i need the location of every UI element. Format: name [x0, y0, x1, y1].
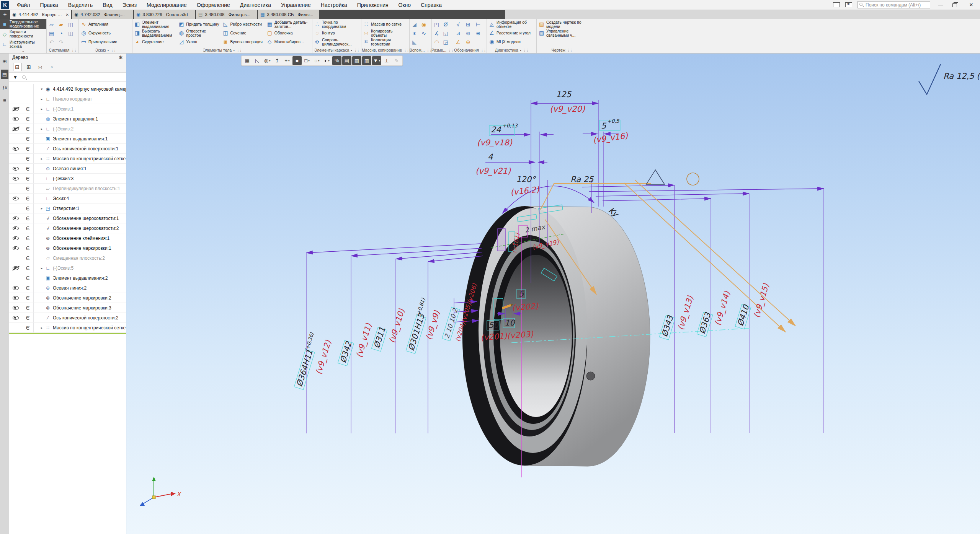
tree-row[interactable]: Є⊚Обозначение маркировки:1 — [9, 243, 126, 253]
tree-row[interactable]: Є⊕Осевая линия:1 — [9, 164, 126, 174]
menu-7[interactable]: Оформление — [197, 2, 230, 8]
tree-row[interactable]: Є▸∷Массив по концентрической сетке: — [9, 323, 126, 333]
tool-add-part[interactable]: ▦Добавить деталь-заготов... — [266, 20, 309, 28]
document-tab-3[interactable]: ◉3.830.726 - Сопло.a3d — [134, 10, 196, 19]
quick-dims-button[interactable]: ▤ — [342, 56, 351, 65]
visibility-cell[interactable] — [9, 94, 22, 104]
group-grip-icon[interactable]: ⋮⋮ — [567, 48, 572, 52]
snap-grid-button[interactable]: ▦ — [243, 56, 252, 65]
include-cell[interactable]: Є — [22, 253, 34, 263]
dim-base-icon[interactable]: ◲ — [443, 39, 449, 45]
include-cell[interactable]: Є — [22, 104, 34, 114]
tool-grid-array[interactable]: ∷Массив по сетке — [363, 21, 408, 28]
group-grip-icon[interactable]: ⋮⋮ — [111, 48, 116, 52]
chevron-down-icon[interactable]: ▾ — [108, 49, 109, 52]
eye-icon[interactable] — [13, 177, 19, 181]
display-mode-button[interactable]: □▾ — [302, 56, 312, 65]
include-cell[interactable]: Є — [22, 293, 34, 303]
tool-draft[interactable]: ◿Уклон — [178, 39, 221, 45]
layout-window-icon[interactable] — [833, 2, 840, 7]
menu-3[interactable]: Выделить — [68, 2, 93, 8]
tree-view-icon[interactable]: ⊞ — [1, 57, 8, 66]
dim-radial-icon[interactable]: ◠ — [433, 39, 440, 45]
visibility-cell[interactable] — [9, 253, 22, 263]
tree-row[interactable]: Є◍Элемент вращения:1 — [9, 114, 126, 124]
visibility-cell[interactable] — [9, 293, 22, 303]
include-cell[interactable]: Є — [22, 213, 34, 223]
tool-linked-drawings[interactable]: ▨Управление связанными ч... — [538, 29, 585, 37]
expand-arrow[interactable]: ▸ — [39, 127, 44, 131]
eye-icon[interactable] — [13, 226, 19, 230]
include-cell[interactable]: Є — [22, 243, 34, 253]
ann-leader-icon[interactable]: ∠ — [455, 39, 461, 45]
group-grip-icon[interactable]: ⋮⋮ — [480, 48, 486, 52]
hide-objects-button[interactable]: ◌▾ — [312, 56, 322, 65]
tool-extrude[interactable]: ◧Элемент выдавливания — [134, 20, 177, 28]
aux-camera-icon[interactable]: ◉ — [421, 21, 427, 28]
visibility-cell[interactable] — [9, 313, 22, 322]
tree-sequence-view-button[interactable]: ⊞ — [24, 63, 33, 71]
menu-4[interactable]: Вид — [103, 2, 112, 8]
tool-info[interactable]: ◬Информация об объекте — [488, 20, 534, 28]
aux-plane2-icon[interactable]: ◣ — [411, 39, 418, 45]
document-tab-2[interactable]: ◉4.742.032 - Фланец.... — [72, 10, 134, 19]
include-cell[interactable]: Є — [22, 233, 34, 243]
include-cell[interactable]: Є — [22, 313, 34, 322]
include-cell[interactable]: Є — [22, 263, 34, 273]
undo-icon[interactable]: ↶ — [48, 39, 55, 45]
chevron-down-icon[interactable]: ▾ — [233, 49, 235, 52]
tool-point[interactable]: ∴Точка по координатам — [314, 20, 359, 28]
menu-icon[interactable]: ≡ — [1, 96, 8, 105]
visibility-cell[interactable] — [9, 283, 22, 293]
ann-roughness-icon[interactable]: √ — [455, 21, 461, 28]
fx-icon[interactable]: ƒx — [1, 83, 8, 92]
tree-row[interactable]: Є√Обозначение шероховатости:1 — [9, 213, 126, 223]
tree-row[interactable]: Є∕Ось конической поверхности:2 — [9, 313, 126, 323]
gear-icon[interactable]: ✱ — [119, 55, 123, 60]
include-cell[interactable]: Є — [22, 303, 34, 313]
eye-icon[interactable] — [13, 217, 19, 220]
visibility-cell[interactable] — [9, 104, 22, 114]
tree-row[interactable]: Є⊛Обозначение клеймения:1 — [9, 233, 126, 243]
expand-arrow[interactable]: ▸ — [39, 107, 44, 111]
command-search-input[interactable] — [858, 1, 930, 8]
menu-13[interactable]: Справка — [421, 2, 442, 8]
tool-thicken[interactable]: ◩Придать толщину — [178, 21, 221, 28]
group-grip-icon[interactable]: ⋮⋮ — [71, 48, 76, 52]
tree-row[interactable]: Є∟Эскиз:4 — [9, 194, 126, 204]
tree-row[interactable]: Є⊕Осевая линия:2 — [9, 283, 126, 293]
viewport-3d[interactable]: ▦◺◎▾↥+▾■□▾◌▾◐▾%▤▧▥▼▾⊥✎ — [126, 54, 980, 534]
coord-axes-button[interactable]: +▾ — [283, 56, 292, 65]
group-grip-icon[interactable]: ⋮⋮ — [354, 48, 359, 52]
filter-button[interactable]: ▼▾ — [372, 56, 381, 65]
chevron-down-icon[interactable]: ▾ — [351, 49, 352, 52]
constraints-button[interactable]: % — [332, 56, 341, 65]
tree-row[interactable]: Є▸∷Массив по концентрической сетке: — [9, 154, 126, 164]
tab-close-icon[interactable]: ✕ — [66, 13, 69, 17]
scene-sheet-button[interactable]: ▥ — [362, 56, 371, 65]
include-cell[interactable]: Є — [22, 194, 34, 203]
new-tab-button[interactable]: + — [0, 10, 10, 19]
tree-row[interactable]: Є√Обозначение шероховатости:2 — [9, 223, 126, 233]
tool-rib[interactable]: ◺Ребро жесткости — [222, 21, 265, 28]
eye-icon[interactable] — [13, 197, 19, 200]
save-as-icon[interactable]: ◫ — [67, 30, 74, 36]
visibility-cell[interactable] — [9, 223, 22, 233]
tool-shell[interactable]: ▢Оболочка — [266, 30, 309, 36]
menu-5[interactable]: Эскиз — [122, 2, 137, 8]
include-cell[interactable]: Є — [22, 174, 34, 183]
expand-arrow[interactable]: ▸ — [39, 157, 44, 161]
group-grip-icon[interactable]: ⋮⋮ — [403, 48, 409, 52]
save-icon[interactable]: ◫ — [67, 21, 74, 28]
mode-sketch-tools[interactable]: ∟Инструменты эскиза — [0, 39, 46, 49]
tool-fillet[interactable]: ◕Скругление — [134, 39, 177, 45]
visibility-cell[interactable] — [9, 323, 22, 332]
side-hole[interactable] — [586, 372, 595, 380]
visibility-cell[interactable] — [9, 174, 22, 183]
render-quality-button[interactable]: ▧ — [352, 56, 361, 65]
menu-11[interactable]: Приложения — [357, 2, 389, 8]
visibility-cell[interactable] — [9, 263, 22, 273]
redo-icon[interactable]: ↷ — [58, 39, 64, 45]
expand-arrow[interactable]: ▸ — [39, 207, 44, 210]
eye-icon[interactable] — [13, 147, 19, 151]
